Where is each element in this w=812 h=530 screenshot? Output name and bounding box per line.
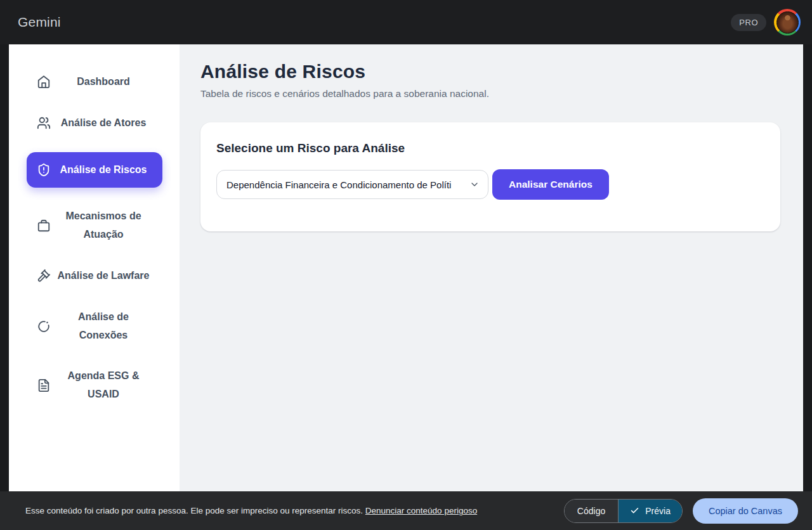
sidebar-item-label: Mecanismos de Atuação [56, 207, 151, 244]
risk-select[interactable]: Dependência Financeira e Condicionamento… [216, 170, 488, 199]
briefcase-icon [37, 219, 51, 233]
risk-select-value: Dependência Financeira e Condicionamento… [226, 179, 451, 190]
main-content: Análise de Riscos Tabela de riscos e cen… [180, 44, 803, 491]
disclaimer-text: Esse conteúdo foi criado por outra pesso… [25, 506, 363, 515]
analyze-scenarios-button[interactable]: Analisar Cenários [492, 169, 609, 200]
pro-badge: PRO [731, 14, 766, 31]
connections-icon [37, 320, 51, 333]
tab-preview[interactable]: Prévia [618, 500, 682, 522]
sidebar-item-analise-atores[interactable]: Análise de Atores [27, 111, 162, 136]
footer-controls: Código Prévia Copiar do Canvas [564, 498, 798, 524]
copy-from-canvas-button[interactable]: Copiar do Canvas [693, 498, 798, 524]
gemini-logo: Gemini [18, 15, 61, 30]
top-bar-right: PRO [731, 9, 801, 36]
sidebar-item-label: Análise de Conexões [56, 308, 151, 345]
check-icon [630, 506, 639, 515]
sidebar-item-label: Análise de Atores [56, 114, 151, 132]
sidebar-item-analise-lawfare[interactable]: Análise de Lawfare [27, 264, 162, 288]
card-heading: Selecione um Risco para Análise [216, 141, 764, 155]
user-avatar[interactable] [774, 9, 801, 36]
sidebar-item-label: Dashboard [56, 73, 151, 91]
shield-alert-icon [37, 163, 51, 177]
canvas-footer: Esse conteúdo foi criado por outra pesso… [0, 491, 812, 530]
sidebar-item-analise-riscos[interactable]: Análise de Riscos [27, 152, 162, 188]
sidebar-item-mecanismos-atuacao[interactable]: Mecanismos de Atuação [27, 204, 162, 247]
risk-selection-card: Selecione um Risco para Análise Dependên… [200, 122, 780, 231]
tab-code[interactable]: Código [565, 500, 618, 522]
sidebar-item-label: Análise de Lawfare [56, 267, 151, 285]
chevron-down-icon [469, 179, 480, 190]
canvas-preview: Dashboard Análise de Atores Análise de R… [9, 44, 803, 491]
home-icon [37, 75, 51, 89]
sidebar-item-analise-conexoes[interactable]: Análise de Conexões [27, 305, 162, 348]
sidebar-item-agenda-esg-usaid[interactable]: Agenda ESG & USAID [27, 364, 162, 407]
page-title: Análise de Riscos [200, 61, 780, 82]
users-icon [37, 116, 51, 130]
report-dangerous-content-link[interactable]: Denunciar conteúdo perigoso [365, 506, 477, 515]
page-subtitle: Tabela de riscos e cenários detalhados p… [200, 88, 780, 100]
sidebar-item-dashboard[interactable]: Dashboard [27, 70, 162, 94]
document-icon [37, 378, 51, 392]
tab-preview-label: Prévia [645, 506, 671, 516]
avatar-photo [776, 11, 799, 34]
content-disclaimer: Esse conteúdo foi criado por outra pesso… [25, 506, 477, 515]
app-sidebar: Dashboard Análise de Atores Análise de R… [9, 44, 180, 491]
sidebar-item-label: Análise de Riscos [51, 161, 156, 179]
sidebar-item-label: Agenda ESG & USAID [56, 367, 151, 404]
risk-select-row: Dependência Financeira e Condicionamento… [216, 169, 764, 200]
code-preview-toggle: Código Prévia [564, 499, 683, 523]
gavel-icon [37, 269, 51, 283]
top-bar: Gemini PRO [0, 0, 812, 44]
